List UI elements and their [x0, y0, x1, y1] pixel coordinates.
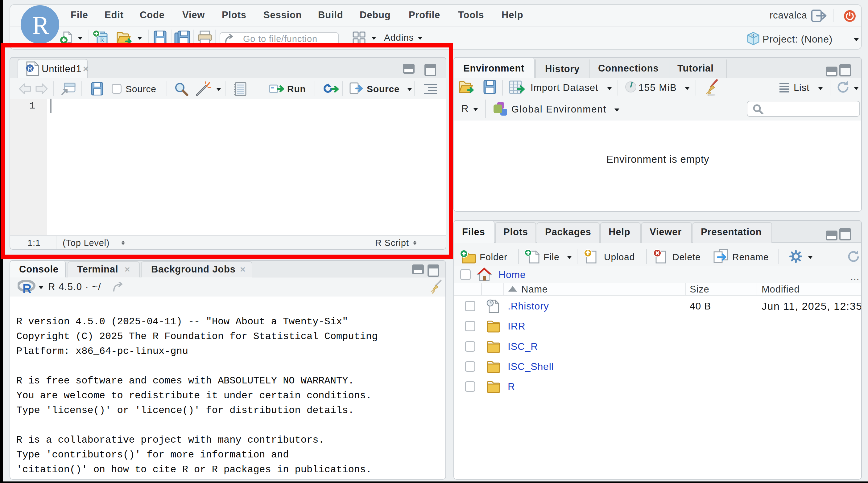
svg-text:R: R	[23, 282, 31, 294]
svg-text:R: R	[751, 33, 754, 38]
svg-text:R: R	[100, 36, 104, 43]
